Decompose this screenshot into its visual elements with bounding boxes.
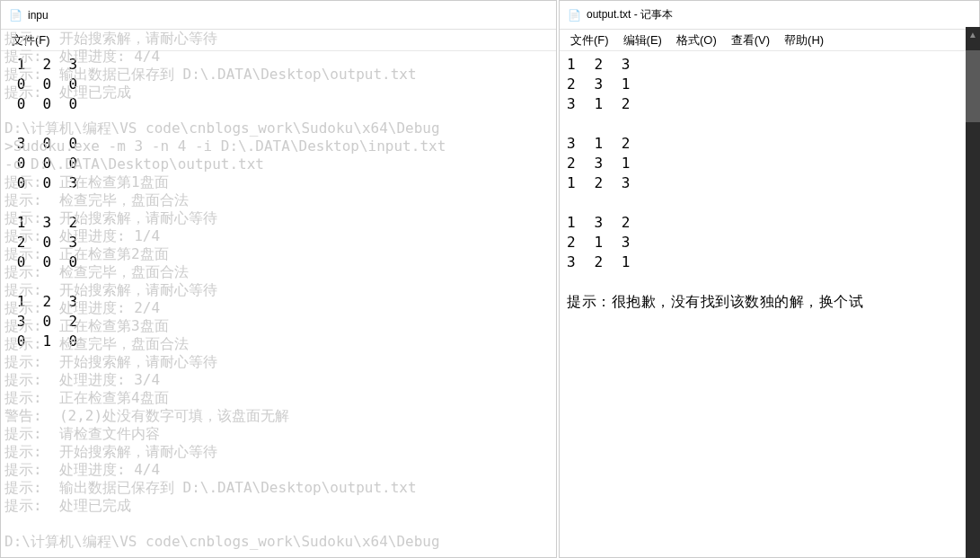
cmd-window: C:\ 管理员: 命令提示符 — ☐ ✕ 提示: 开始搜索解，请耐心等待 提示:… <box>0 0 481 557</box>
scroll-thumb[interactable] <box>966 50 980 122</box>
menu-view[interactable]: 查看(V) <box>724 31 777 50</box>
menu-help[interactable]: 帮助(H) <box>777 31 831 50</box>
menubar: 文件(F) 编辑(E) 格式(O) 查看(V) 帮助(H) <box>560 30 979 51</box>
titlebar[interactable]: 📄 output.txt - 记事本 <box>560 1 979 30</box>
notepad-output-window: 📄 output.txt - 记事本 文件(F) 编辑(E) 格式(O) 查看(… <box>559 0 980 558</box>
menu-file[interactable]: 文件(F) <box>563 31 616 50</box>
terminal-output[interactable]: 提示: 开始搜索解，请耐心等待 提示: 处理进度: 4/4 提示: 输出数据已保… <box>1 28 480 556</box>
window-title: output.txt - 记事本 <box>587 7 673 22</box>
scrollbar[interactable]: ▲ <box>966 27 980 558</box>
window-title: inpu <box>28 9 49 22</box>
menu-format[interactable]: 格式(O) <box>669 31 724 50</box>
menu-edit[interactable]: 编辑(E) <box>616 31 669 50</box>
titlebar[interactable]: 📄 inpu <box>1 1 556 30</box>
scroll-up-icon[interactable]: ▲ <box>966 27 980 41</box>
text-content[interactable]: 1 2 3 2 3 1 3 1 2 3 1 2 2 3 1 1 2 3 1 3 … <box>560 51 979 315</box>
notepad-icon: 📄 <box>567 8 581 22</box>
notepad-icon: 📄 <box>8 8 22 22</box>
